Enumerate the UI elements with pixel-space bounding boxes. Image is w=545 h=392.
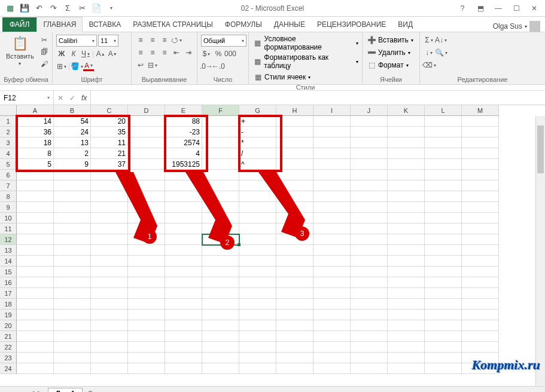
delete-cells-button[interactable]: ➖Удалить▾: [366, 47, 413, 58]
cell[interactable]: [165, 170, 202, 180]
row-header[interactable]: 11: [0, 223, 17, 234]
cell[interactable]: [313, 202, 351, 213]
cell[interactable]: [425, 320, 462, 331]
col-header[interactable]: J: [351, 105, 388, 116]
tab-file[interactable]: ФАЙЛ: [2, 17, 36, 32]
fx-icon[interactable]: fx: [81, 94, 87, 102]
cell[interactable]: [54, 363, 91, 374]
cell[interactable]: [388, 159, 425, 170]
cell[interactable]: [462, 234, 499, 245]
cell[interactable]: [165, 353, 202, 363]
cell[interactable]: [91, 234, 128, 245]
cell[interactable]: [462, 202, 499, 213]
cell[interactable]: [128, 288, 165, 299]
cell[interactable]: [388, 170, 425, 180]
tab-home[interactable]: ГЛАВНАЯ: [36, 17, 83, 32]
cell[interactable]: [388, 342, 425, 353]
cell[interactable]: [165, 299, 202, 310]
minimize-icon[interactable]: —: [492, 2, 504, 14]
cell[interactable]: [425, 353, 462, 363]
italic-button[interactable]: К: [68, 48, 79, 59]
cell[interactable]: [425, 148, 462, 159]
cell[interactable]: [128, 331, 165, 342]
cell[interactable]: [239, 288, 276, 299]
cell[interactable]: 2: [54, 148, 91, 159]
cell[interactable]: -23: [165, 127, 202, 137]
increase-font-icon[interactable]: A▲: [95, 48, 106, 59]
cell[interactable]: [276, 299, 313, 310]
comma-icon[interactable]: 000: [225, 48, 236, 59]
cell[interactable]: [462, 127, 499, 137]
tab-data[interactable]: ДАННЫЕ: [268, 17, 311, 32]
cell[interactable]: [313, 277, 351, 288]
cell[interactable]: [276, 202, 313, 213]
row-header[interactable]: 4: [0, 148, 17, 159]
row-header[interactable]: 24: [0, 363, 17, 374]
tab-page-layout[interactable]: РАЗМЕТКА СТРАНИЦЫ: [127, 17, 219, 32]
cell[interactable]: [462, 299, 499, 310]
merge-icon[interactable]: ⊟: [147, 60, 158, 71]
cell[interactable]: [313, 234, 351, 245]
cell[interactable]: [202, 299, 239, 310]
cell[interactable]: [388, 277, 425, 288]
cell[interactable]: [462, 310, 499, 320]
cell[interactable]: [128, 267, 165, 277]
cell[interactable]: [388, 127, 425, 137]
cell[interactable]: [202, 342, 239, 353]
cell[interactable]: [313, 213, 351, 223]
align-center-icon[interactable]: ≡: [147, 47, 158, 58]
fill-color-icon[interactable]: 🪣: [71, 61, 82, 72]
cell[interactable]: 35: [91, 127, 128, 137]
cell[interactable]: [165, 288, 202, 299]
cell[interactable]: [165, 331, 202, 342]
cell[interactable]: [165, 213, 202, 223]
col-header[interactable]: E: [165, 105, 202, 116]
autosum-icon[interactable]: Σ: [424, 35, 434, 45]
cell[interactable]: [425, 342, 462, 353]
col-header[interactable]: I: [313, 105, 351, 116]
cell[interactable]: [54, 223, 91, 234]
cell[interactable]: [425, 180, 462, 191]
cell[interactable]: [388, 223, 425, 234]
cell[interactable]: [462, 267, 499, 277]
cell[interactable]: [388, 267, 425, 277]
wrap-text-icon[interactable]: ↩: [135, 60, 146, 71]
cell[interactable]: [313, 310, 351, 320]
cell[interactable]: [54, 213, 91, 223]
cell[interactable]: [276, 310, 313, 320]
cell[interactable]: [425, 159, 462, 170]
align-middle-icon[interactable]: ≡: [147, 35, 158, 45]
cell[interactable]: [202, 202, 239, 213]
cell[interactable]: [313, 180, 351, 191]
orientation-icon[interactable]: ⭯: [171, 35, 182, 45]
cell[interactable]: [351, 245, 388, 256]
indent-inc-icon[interactable]: ⇥: [183, 47, 194, 58]
cell[interactable]: [17, 213, 54, 223]
cell[interactable]: [128, 320, 165, 331]
cell[interactable]: [239, 320, 276, 331]
cell[interactable]: [276, 320, 313, 331]
cell[interactable]: [425, 256, 462, 267]
row-header[interactable]: 5: [0, 159, 17, 170]
cell[interactable]: 4: [165, 148, 202, 159]
cell[interactable]: [17, 180, 54, 191]
cell[interactable]: [388, 137, 425, 148]
cell[interactable]: [239, 353, 276, 363]
cell[interactable]: [425, 223, 462, 234]
cell[interactable]: [313, 342, 351, 353]
row-header[interactable]: 22: [0, 342, 17, 353]
cell[interactable]: [17, 245, 54, 256]
cell[interactable]: 20: [91, 116, 128, 127]
tab-view[interactable]: ВИД: [392, 17, 419, 32]
cell[interactable]: [91, 213, 128, 223]
sort-filter-icon[interactable]: A↓: [436, 35, 446, 45]
cell[interactable]: [388, 191, 425, 202]
cell[interactable]: [91, 342, 128, 353]
decrease-font-icon[interactable]: A▼: [107, 48, 118, 59]
cut-icon[interactable]: ✂: [77, 3, 87, 14]
clear-icon[interactable]: ⌫: [424, 60, 434, 71]
cell[interactable]: [17, 234, 54, 245]
cell[interactable]: [54, 353, 91, 363]
cell[interactable]: [91, 256, 128, 267]
cell[interactable]: [388, 288, 425, 299]
